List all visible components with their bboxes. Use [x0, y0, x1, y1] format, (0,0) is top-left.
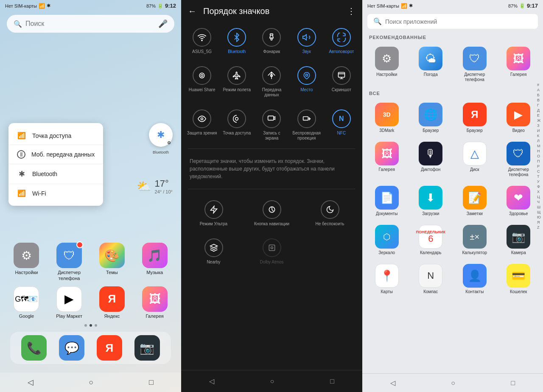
recents-button-2[interactable]: □ — [323, 376, 341, 387]
qs-sound-label: Звук — [302, 49, 311, 54]
dock-phone[interactable]: 📞 — [17, 335, 51, 361]
qs-hotspot2[interactable]: Точка доступа — [219, 104, 254, 147]
menu-item-mobile-data[interactable]: Ⅱ Моб. передача данных — [8, 145, 103, 164]
label-downloads: Загрузки — [422, 211, 439, 216]
more-options-icon[interactable]: ⋮ — [347, 6, 355, 16]
app-phone-manager[interactable]: 🛡 Диспетчер телефона — [50, 243, 89, 281]
app-yandex[interactable]: Я Яндекс — [92, 286, 132, 319]
app-camera[interactable]: 📷 Камера — [498, 221, 540, 259]
dock-messages[interactable]: 💬 — [55, 335, 89, 361]
app-video[interactable]: ▶ Видео — [498, 99, 540, 137]
app-gallery2[interactable]: 🖼 Галерея — [366, 138, 408, 181]
rec-app-settings[interactable]: ⚙ Настройки — [366, 43, 408, 86]
app-downloads[interactable]: ⬇ Загрузки — [410, 182, 452, 220]
home-button-1[interactable]: ○ — [81, 376, 102, 389]
app-search-bar[interactable]: 🔍 — [367, 14, 538, 29]
qs-nearby-label: Nearby — [207, 260, 220, 265]
rec-app-gallery[interactable]: 🖼 Галерея — [498, 43, 540, 86]
recents-button-1[interactable]: □ — [140, 376, 162, 389]
app-contacts[interactable]: 👤 Контакты — [453, 260, 496, 298]
menu-item-bluetooth[interactable]: ✱ Bluetooth — [8, 164, 103, 184]
app-themes[interactable]: 🎨 Темы — [92, 243, 132, 281]
app-browser2[interactable]: Я Браузер — [453, 99, 496, 137]
qs-airplane-icon — [227, 66, 246, 85]
alphabet-index[interactable]: # А Б В Г Д Е Ж З И К Л М Н О П Р С Т У … — [536, 82, 542, 230]
app-docs[interactable]: 📄 Документы — [366, 182, 408, 220]
home-button-2[interactable]: ○ — [263, 376, 281, 387]
icon-camera: 📷 — [507, 225, 530, 249]
qs-location[interactable]: Место — [289, 60, 324, 104]
phone-manager-badge — [76, 241, 83, 248]
qs-data-transfer[interactable]: Передача данных — [254, 60, 289, 104]
recents-button-3[interactable]: □ — [504, 378, 522, 389]
qs-ultra-mode[interactable]: Режим Ультра — [185, 194, 243, 232]
qs-dnd[interactable]: Не беспокоить — [301, 194, 359, 232]
menu-item-wifi[interactable]: 📶 Wi-Fi — [8, 184, 103, 202]
dock-camera[interactable]: 📷 — [130, 335, 164, 361]
back-button-3[interactable]: ◁ — [383, 377, 402, 389]
qs-nfc[interactable]: N NFC — [324, 104, 359, 147]
rec-app-weather[interactable]: 🌤 Погода — [410, 43, 452, 86]
app-list-scroll: # А Б В Г Д Е Ж З И К Л М Н О П Р С Т У … — [362, 31, 543, 373]
qs-sound[interactable]: Звук — [289, 22, 324, 60]
sim-status: Нет SIM-карты — [5, 3, 37, 8]
wifi-icon-3: 📶 — [401, 3, 407, 9]
app-compass[interactable]: N Компас — [410, 260, 452, 298]
app-browser1[interactable]: 🌐 Браузер — [410, 99, 452, 137]
qs-screen-record[interactable]: Запись с экрана — [254, 104, 289, 147]
qs-huawei-share[interactable]: Huawei Share — [185, 60, 219, 104]
qs-flashlight[interactable]: Фонарик — [254, 22, 289, 60]
battery-icon: 🔋 — [157, 3, 163, 8]
app-mirror[interactable]: ⬡ Зеркало — [366, 221, 408, 259]
icon-video: ▶ — [507, 103, 530, 126]
back-arrow-icon[interactable]: ← — [188, 6, 196, 16]
dock-yandex[interactable]: Я — [92, 335, 127, 361]
app-settings[interactable]: ⚙ Настройки — [7, 243, 46, 281]
qs-screenshot[interactable]: Скриншот — [324, 60, 359, 104]
app-gallery[interactable]: 🖼 Галерея — [135, 286, 174, 319]
app-playstore[interactable]: ▶ Play Маркет — [50, 286, 89, 319]
qs-bluetooth[interactable]: Bluetooth — [219, 22, 254, 60]
app-music[interactable]: 🎵 Музыка — [135, 243, 174, 281]
label-health: Здоровье — [509, 211, 528, 216]
svg-rect-15 — [269, 245, 274, 250]
app-search-input[interactable] — [385, 18, 532, 25]
label-drive: Диск — [470, 167, 479, 172]
rec-app-phone-mgr[interactable]: 🛡 Диспетчер телефона — [453, 43, 496, 86]
app-label-gallery: Галерея — [146, 314, 164, 319]
svg-point-16 — [271, 247, 273, 249]
app-3dmark[interactable]: 3D 3DMark — [366, 99, 408, 137]
app-google[interactable]: G🗺📧 Google — [7, 286, 46, 319]
app-drive[interactable]: △ Диск — [453, 138, 496, 181]
back-button-1[interactable]: ◁ — [19, 376, 42, 389]
qs-nearby[interactable]: Nearby — [185, 232, 243, 271]
home-screen: Нет SIM-карты 📶 ✱ 87% 🔋 9:12 🔍 🎤 📶 Точка… — [0, 0, 181, 392]
app-notes[interactable]: 📝 Заметки — [453, 182, 496, 220]
rec-icon-gallery: 🖼 — [507, 47, 530, 70]
status-bar-3: Нет SIM-карты 📶 ✱ 87% 🔋 9:17 — [362, 0, 543, 11]
home-button-3[interactable]: ○ — [444, 378, 462, 389]
label-3dmark: 3DMark — [379, 128, 394, 133]
app-wallet[interactable]: 💳 Кошелек — [498, 260, 540, 298]
qs-nav-button[interactable]: Кнопка навигации — [243, 194, 301, 232]
all-apps-grid: 3D 3DMark 🌐 Браузер Я Браузер ▶ — [362, 98, 543, 300]
back-button-2[interactable]: ◁ — [202, 375, 221, 387]
app-maps[interactable]: 📍 Карты — [366, 260, 408, 298]
app-dictaphone[interactable]: 🎙 Диктофон — [410, 138, 452, 181]
qs-wireless-proj[interactable]: Беспроводная проекция — [289, 104, 324, 147]
menu-item-hotspot[interactable]: 📶 Точка доступа — [8, 126, 103, 145]
app-health[interactable]: ❤ Здоровье — [498, 182, 540, 220]
qs-eye-protection[interactable]: Защита зрения — [185, 104, 219, 147]
search-bar[interactable]: 🔍 🎤 — [7, 15, 174, 33]
app-calendar[interactable]: ПОНЕДЕЛЬНИК 6 Календарь — [410, 221, 452, 259]
bluetooth-fab[interactable]: ✱ Bluetooth ⚙ — [149, 123, 173, 147]
app-phone-manager2[interactable]: 🛡 Диспетчер телефона — [498, 138, 540, 181]
qs-autorotate[interactable]: Автоповорот — [324, 22, 359, 60]
qs-wifi[interactable]: ASUS_5G — [185, 22, 219, 60]
search-input[interactable] — [25, 20, 155, 28]
label-camera: Камера — [511, 250, 526, 255]
qs-airplane[interactable]: Режим полета — [219, 60, 254, 104]
mic-icon[interactable]: 🎤 — [158, 19, 168, 28]
nav-bar-3: ◁ ○ □ — [362, 373, 543, 392]
app-calculator[interactable]: ±× Калькулятор — [453, 221, 496, 259]
